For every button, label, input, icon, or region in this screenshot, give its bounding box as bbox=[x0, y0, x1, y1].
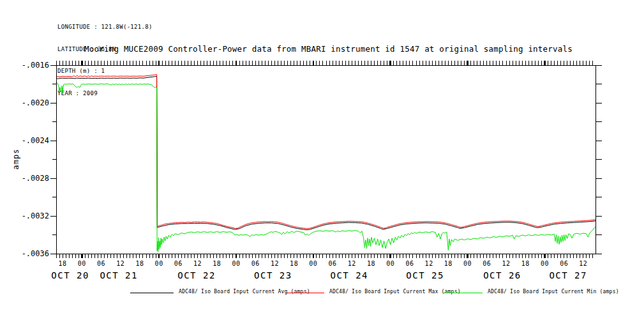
x-hour-label: 06 bbox=[560, 260, 568, 267]
x-hour-label: 00 bbox=[463, 260, 472, 267]
x-date-label: OCT 26 bbox=[483, 270, 521, 280]
x-hour-label: 12 bbox=[425, 260, 433, 267]
x-hour-label: 12 bbox=[271, 260, 279, 267]
legend-label-min: ADC48/ Iso Board Input Current Min (amps… bbox=[488, 289, 619, 295]
series-avg-line bbox=[57, 76, 595, 229]
y-tick-label: -.0032 bbox=[22, 211, 49, 220]
x-hour-label: 06 bbox=[251, 260, 260, 267]
y-tick-label: -.0020 bbox=[22, 98, 49, 107]
x-date-label: OCT 27 bbox=[549, 270, 587, 280]
x-hour-label: 00 bbox=[386, 260, 394, 267]
x-date-label: OCT 25 bbox=[406, 270, 444, 280]
x-hour-label: 12 bbox=[579, 260, 587, 267]
x-date-label: OCT 23 bbox=[254, 270, 292, 280]
legend-label-avg: ADC48/ Iso Board Input Current Avg (amps… bbox=[179, 289, 310, 295]
chart-plot-area: -.0016-.0020-.0024-.0028-.0032-.00361800… bbox=[0, 0, 644, 322]
x-axis-hour-ticks bbox=[56, 61, 593, 258]
x-hour-label: 18 bbox=[213, 260, 221, 267]
y-axis-ticks bbox=[50, 65, 602, 254]
x-hour-label: 18 bbox=[444, 260, 453, 267]
x-hour-label: 00 bbox=[232, 260, 240, 267]
x-hour-label: 12 bbox=[348, 260, 356, 267]
series-max-line bbox=[57, 75, 595, 229]
legend-line-max bbox=[287, 293, 324, 293]
x-hour-label: 06 bbox=[329, 260, 337, 267]
legend-line-avg bbox=[130, 293, 174, 293]
y-tick-label: -.0036 bbox=[22, 249, 49, 258]
x-hour-label: 12 bbox=[116, 260, 124, 267]
x-hour-label: 00 bbox=[309, 260, 317, 267]
x-hour-label: 18 bbox=[290, 260, 298, 267]
x-date-label: OCT 20 bbox=[51, 270, 89, 280]
x-hour-label: 00 bbox=[541, 260, 549, 267]
x-hour-label: 12 bbox=[193, 260, 202, 267]
x-hour-label: 06 bbox=[174, 260, 183, 267]
y-tick-label: -.0016 bbox=[22, 61, 49, 70]
x-date-label: OCT 24 bbox=[330, 270, 368, 280]
x-hour-label: 18 bbox=[59, 260, 67, 267]
x-hour-label: 18 bbox=[135, 260, 144, 267]
x-hour-label: 12 bbox=[502, 260, 510, 267]
plot-window: LONGITUDE : 121.8W(-121.8) LATITUDE : 36… bbox=[0, 0, 644, 322]
y-tick-label: -.0028 bbox=[22, 174, 49, 183]
series-min-line bbox=[57, 82, 595, 252]
x-hour-label: 06 bbox=[483, 260, 491, 267]
y-tick-label: -.0024 bbox=[22, 136, 49, 145]
x-hour-label: 00 bbox=[155, 260, 163, 267]
x-hour-label: 18 bbox=[367, 260, 375, 267]
x-hour-label: 06 bbox=[405, 260, 414, 267]
plot-frame bbox=[56, 65, 595, 254]
x-date-label: OCT 22 bbox=[177, 270, 216, 280]
x-hour-label: 00 bbox=[78, 260, 86, 267]
x-hour-label: 06 bbox=[97, 260, 105, 267]
legend-label-max: ADC48/ Iso Board Input Current Max (amps… bbox=[329, 289, 461, 295]
legend-line-min bbox=[443, 293, 483, 293]
x-date-label: OCT 21 bbox=[100, 270, 138, 280]
x-hour-label: 18 bbox=[521, 260, 530, 267]
